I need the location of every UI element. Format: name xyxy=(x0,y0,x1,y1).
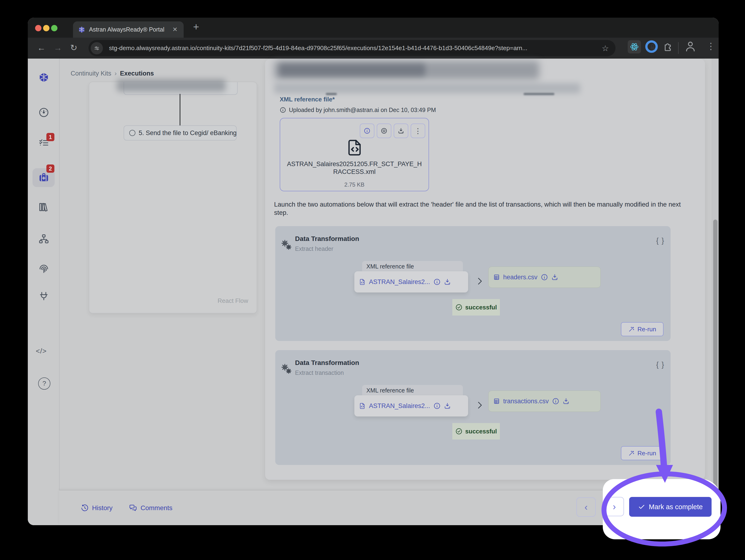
forward-icon[interactable]: → xyxy=(54,43,62,53)
close-tab-icon[interactable]: ✕ xyxy=(172,26,177,33)
status-badge: successful xyxy=(452,299,500,316)
redacted-node-blur xyxy=(117,79,226,92)
uploaded-file-card[interactable]: ⋮ ASTRAN_Salaires20251205.FR_SCT_PAYE_HR… xyxy=(280,118,429,191)
close-window-button[interactable] xyxy=(35,25,41,31)
minimize-window-button[interactable] xyxy=(43,25,50,31)
file-code-icon xyxy=(359,279,366,285)
input-file-chip[interactable]: ASTRAN_Salaires2... xyxy=(354,271,468,292)
code-braces-icon[interactable]: { } xyxy=(656,237,665,245)
flow-node-step5[interactable]: 5. Send the file to Cegid/ eBanking xyxy=(124,126,237,140)
sidebar: 1 2 </> ? xyxy=(28,59,60,525)
automation-title: Data Transformation xyxy=(295,359,359,366)
back-icon[interactable]: ← xyxy=(37,43,46,53)
new-tab-button[interactable]: + xyxy=(193,21,199,33)
download-icon[interactable] xyxy=(551,274,558,281)
check-circle-icon xyxy=(455,304,462,311)
react-flow-attribution: React Flow xyxy=(218,297,248,305)
address-bar[interactable]: stg-demo.alwaysready.astran.io/continuit… xyxy=(89,40,615,56)
input-label-tab: XML reference file xyxy=(362,385,463,396)
next-step-button[interactable]: › xyxy=(605,497,624,516)
input-file-name[interactable]: ASTRAN_Salaires2... xyxy=(369,403,430,410)
history-button[interactable]: History xyxy=(81,490,112,525)
redacted-step-title-shade xyxy=(279,63,425,76)
app-content: 1 2 </> ? Continuity Kits › Executions L… xyxy=(28,59,719,525)
uploaded-file-size: 2.75 KB xyxy=(280,181,428,188)
automation-subtitle: Extract header xyxy=(295,245,333,252)
react-devtools-extension-icon[interactable] xyxy=(628,40,641,54)
annotation-spotlight: › Mark as complete xyxy=(603,479,720,539)
kits-badge: 2 xyxy=(46,165,54,173)
toolbar-divider xyxy=(678,42,679,54)
breadcrumb-parent[interactable]: Continuity Kits xyxy=(71,70,111,77)
sidebar-item-orgchart-icon[interactable] xyxy=(38,234,49,244)
browser-tab[interactable]: Astran AlwaysReady® Portal ✕ xyxy=(73,22,184,38)
screen: { "browser": { "tab": {"title": "Astran … xyxy=(0,0,745,560)
chevron-left-icon: ‹ xyxy=(584,502,587,513)
info-icon[interactable] xyxy=(433,278,441,285)
code-braces-icon[interactable]: { } xyxy=(656,360,665,369)
automation-card-extract-transaction: Data Transformation Extract transaction … xyxy=(275,350,671,465)
comments-button[interactable]: Comments xyxy=(129,490,172,525)
redacted-fragment xyxy=(524,93,554,95)
output-file-chip[interactable]: transactions.csv xyxy=(488,391,601,412)
sidebar-item-dashboard-gauge-icon[interactable] xyxy=(38,107,49,118)
flow-connector-line xyxy=(180,94,181,126)
site-settings-icon[interactable] xyxy=(91,42,103,55)
zoom-window-button[interactable] xyxy=(51,25,58,31)
previous-step-button[interactable]: ‹ xyxy=(576,497,596,517)
step5-label: 5. Send the file to Cegid/ eBanking xyxy=(139,130,237,137)
rerun-button[interactable]: Re-run xyxy=(621,446,663,460)
output-file-name[interactable]: headers.csv xyxy=(503,274,538,281)
download-icon[interactable] xyxy=(444,278,451,285)
mark-as-complete-button[interactable]: Mark as complete xyxy=(629,497,712,517)
sidebar-item-help-icon[interactable]: ? xyxy=(38,377,51,390)
step-description: Launch the two automations below that wi… xyxy=(274,200,684,217)
workflow-diagram-panel[interactable]: 5. Send the file to Cegid/ eBanking Reac… xyxy=(89,82,257,313)
input-file-name[interactable]: ASTRAN_Salaires2... xyxy=(369,278,430,286)
output-file-name[interactable]: transactions.csv xyxy=(503,398,549,405)
breadcrumb-separator: › xyxy=(115,70,117,77)
output-file-chip[interactable]: headers.csv xyxy=(488,267,601,288)
info-icon xyxy=(280,107,286,113)
reload-icon[interactable]: ↻ xyxy=(70,43,77,53)
transform-arrow-icon xyxy=(475,274,484,289)
chevron-right-icon: › xyxy=(613,501,616,512)
input-file-chip[interactable]: ASTRAN_Salaires2... xyxy=(354,395,468,417)
sidebar-item-library-books-icon[interactable] xyxy=(38,202,49,212)
bookmark-star-icon[interactable]: ☆ xyxy=(602,43,609,53)
transform-arrow-icon xyxy=(475,398,484,413)
extensions-puzzle-icon[interactable] xyxy=(662,41,673,52)
url-text[interactable]: stg-demo.alwaysready.astran.io/continuit… xyxy=(109,44,527,52)
check-icon xyxy=(638,503,645,510)
step-detail-panel: XML reference file* Uploaded by john.smi… xyxy=(265,59,705,480)
browser-profile-icon[interactable] xyxy=(684,40,697,53)
scrollbar-thumb[interactable] xyxy=(713,219,717,494)
sidebar-item-code-icon[interactable]: </> xyxy=(36,347,46,355)
download-icon[interactable] xyxy=(444,403,451,410)
password-manager-extension-icon[interactable] xyxy=(645,40,658,54)
breadcrumb: Continuity Kits › Executions xyxy=(71,70,154,77)
automation-title: Data Transformation xyxy=(295,235,359,243)
file-info-button[interactable] xyxy=(360,124,375,138)
status-badge: successful xyxy=(452,423,500,440)
astran-logo-icon[interactable] xyxy=(38,72,49,83)
browser-window: Astran AlwaysReady® Portal ✕ + ← → ↻ stg… xyxy=(28,18,719,525)
info-icon[interactable] xyxy=(541,274,548,281)
xml-file-icon xyxy=(346,137,364,159)
gears-icon xyxy=(281,239,292,251)
rerun-button[interactable]: Re-run xyxy=(621,322,663,336)
sidebar-item-plug-icon[interactable] xyxy=(38,290,49,302)
browser-menu-icon[interactable]: ⋮ xyxy=(706,41,715,51)
history-icon xyxy=(81,504,89,512)
download-icon[interactable] xyxy=(562,398,570,405)
file-more-menu-button[interactable]: ⋮ xyxy=(411,124,425,138)
tasks-badge: 1 xyxy=(46,133,54,141)
sidebar-item-continuity-kits-firstaid-icon[interactable] xyxy=(38,172,49,183)
sidebar-item-fingerprint-icon[interactable] xyxy=(38,264,49,275)
gears-icon xyxy=(281,363,292,375)
file-download-button[interactable] xyxy=(394,124,408,138)
info-icon[interactable] xyxy=(552,398,559,405)
automation-card-extract-header: Data Transformation Extract header { } X… xyxy=(275,226,671,341)
info-icon[interactable] xyxy=(433,403,441,410)
file-preview-button[interactable] xyxy=(377,124,391,138)
